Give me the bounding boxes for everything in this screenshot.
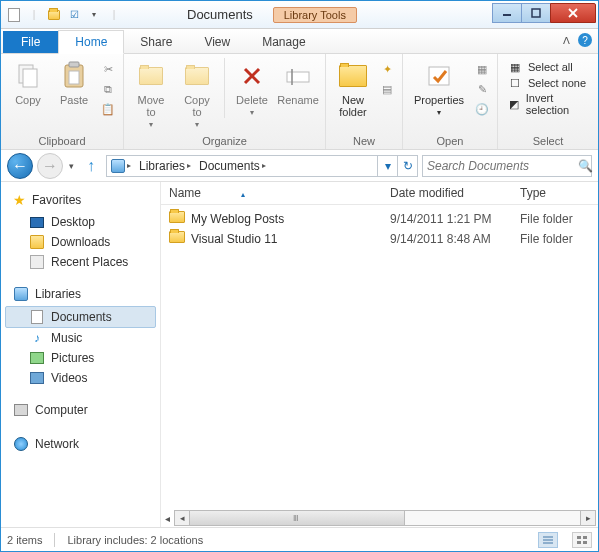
folder-icon: [169, 211, 185, 227]
qat-sep2: |: [105, 6, 123, 24]
view-icons-button[interactable]: [572, 532, 592, 548]
content-pane: Name▴ Date modified Type My Weblog Posts…: [161, 182, 598, 527]
copy-path-icon[interactable]: ⧉: [99, 80, 117, 98]
desktop-icon: [29, 214, 45, 230]
addr-dropdown-icon[interactable]: ▾: [377, 156, 397, 176]
downloads-icon: [29, 234, 45, 250]
new-folder-button[interactable]: New folder: [332, 58, 374, 120]
copy-to-button[interactable]: Copy to ▾: [176, 58, 218, 131]
ribbon-group-clipboard: Copy Paste ✂ ⧉ 📋 Clipboard: [1, 54, 124, 149]
select-all-button[interactable]: ▦Select all: [508, 60, 588, 74]
history-dropdown[interactable]: ▾: [67, 161, 76, 171]
minimize-button[interactable]: [492, 3, 522, 23]
ribbon-tabs: File Home Share View Manage ᐱ ?: [1, 29, 598, 54]
status-bar: 2 items Library includes: 2 locations: [1, 527, 598, 551]
forward-button[interactable]: →: [37, 153, 63, 179]
scroll-track[interactable]: Ⅲ: [189, 510, 581, 526]
folder-icon: [169, 231, 185, 247]
sidebar-item-documents[interactable]: Documents: [5, 306, 156, 328]
column-headers: Name▴ Date modified Type: [161, 182, 598, 205]
search-box[interactable]: 🔍: [422, 155, 592, 177]
ribbon-group-select: ▦Select all ☐Select none ◩Invert selecti…: [498, 54, 598, 149]
scroll-left-arrow[interactable]: ◂: [165, 513, 170, 524]
paste-button[interactable]: Paste: [53, 58, 95, 108]
scroll-left-button[interactable]: ◂: [174, 510, 190, 526]
paste-shortcut-icon[interactable]: 📋: [99, 100, 117, 118]
addr-root-icon[interactable]: ▸: [107, 159, 135, 173]
tab-manage[interactable]: Manage: [246, 31, 321, 53]
addr-documents[interactable]: Documents▸: [195, 159, 270, 173]
copy-button[interactable]: Copy: [7, 58, 49, 108]
cut-icon[interactable]: ✂: [99, 60, 117, 78]
sidebar-item-videos[interactable]: Videos: [5, 368, 156, 388]
column-header-name[interactable]: Name▴: [169, 186, 390, 200]
close-button[interactable]: [550, 3, 596, 23]
qat-sep: |: [25, 6, 43, 24]
sidebar-item-downloads[interactable]: Downloads: [5, 232, 156, 252]
rename-button[interactable]: Rename: [277, 58, 319, 108]
file-row[interactable]: My Weblog Posts 9/14/2011 1:21 PM File f…: [169, 209, 590, 229]
music-icon: ♪: [29, 330, 45, 346]
delete-button[interactable]: Delete ▾: [231, 58, 273, 119]
easy-access-icon[interactable]: ▤: [378, 80, 396, 98]
pictures-icon: [29, 350, 45, 366]
window-controls: [493, 3, 596, 23]
sidebar-item-desktop[interactable]: Desktop: [5, 212, 156, 232]
new-item-icon[interactable]: ✦: [378, 60, 396, 78]
qat-icon-1[interactable]: [5, 6, 23, 24]
context-tab-label[interactable]: Library Tools: [273, 7, 357, 23]
svg-rect-18: [583, 536, 587, 539]
window-title: Documents: [127, 7, 273, 22]
invert-selection-button[interactable]: ◩Invert selection: [508, 92, 588, 116]
move-to-button[interactable]: Move to ▾: [130, 58, 172, 131]
qat-icon-3[interactable]: ☑: [65, 6, 83, 24]
address-bar[interactable]: ▸ Libraries▸ Documents▸ ▾ ↻: [106, 155, 418, 177]
help-icon[interactable]: ?: [578, 33, 592, 47]
new-folder-icon: [337, 60, 369, 92]
properties-button[interactable]: Properties ▾: [409, 58, 469, 119]
sidebar-item-pictures[interactable]: Pictures: [5, 348, 156, 368]
properties-icon: [423, 60, 455, 92]
tab-home[interactable]: Home: [58, 30, 124, 54]
addr-libraries[interactable]: Libraries▸: [135, 159, 195, 173]
sidebar-item-recent[interactable]: Recent Places: [5, 252, 156, 272]
view-details-button[interactable]: [538, 532, 558, 548]
tab-view[interactable]: View: [188, 31, 246, 53]
scroll-thumb[interactable]: Ⅲ: [190, 511, 405, 525]
scroll-right-button[interactable]: ▸: [580, 510, 596, 526]
qat-icon-2[interactable]: [45, 6, 63, 24]
refresh-icon[interactable]: ↻: [397, 156, 417, 176]
tab-share[interactable]: Share: [124, 31, 188, 53]
select-none-button[interactable]: ☐Select none: [508, 76, 588, 90]
tab-file[interactable]: File: [3, 31, 58, 53]
back-button[interactable]: ←: [7, 153, 33, 179]
history-icon[interactable]: 🕘: [473, 100, 491, 118]
svg-rect-13: [429, 67, 449, 85]
copy-icon: [12, 60, 44, 92]
sidebar-item-computer[interactable]: Computer: [5, 400, 156, 422]
sidebar-group-libraries[interactable]: Libraries: [5, 284, 156, 306]
horizontal-scrollbar[interactable]: ◂ ◂ Ⅲ ▸: [161, 509, 598, 527]
sidebar-group-favorites[interactable]: ★Favorites: [5, 190, 156, 212]
group-label-organize: Organize: [130, 134, 319, 149]
qat-dropdown[interactable]: ▾: [85, 6, 103, 24]
minimize-ribbon-icon[interactable]: ᐱ: [563, 35, 570, 46]
group-label-open: Open: [409, 134, 491, 149]
file-list[interactable]: My Weblog Posts 9/14/2011 1:21 PM File f…: [161, 205, 598, 509]
up-button[interactable]: ↑: [80, 155, 102, 177]
search-icon[interactable]: 🔍: [578, 159, 593, 173]
file-row[interactable]: Visual Studio 11 9/14/2011 8:48 AM File …: [169, 229, 590, 249]
sidebar-item-network[interactable]: Network: [5, 434, 156, 456]
status-library-includes: Library includes: 2 locations: [67, 534, 203, 546]
edit-icon[interactable]: ✎: [473, 80, 491, 98]
search-input[interactable]: [427, 159, 578, 173]
column-header-type[interactable]: Type: [520, 186, 590, 200]
column-header-date[interactable]: Date modified: [390, 186, 520, 200]
maximize-button[interactable]: [521, 3, 551, 23]
sidebar-item-music[interactable]: ♪Music: [5, 328, 156, 348]
group-label-new: New: [332, 134, 396, 149]
open-icon[interactable]: ▦: [473, 60, 491, 78]
move-to-icon: [135, 60, 167, 92]
select-all-icon: ▦: [508, 60, 522, 74]
star-icon: ★: [13, 192, 26, 208]
